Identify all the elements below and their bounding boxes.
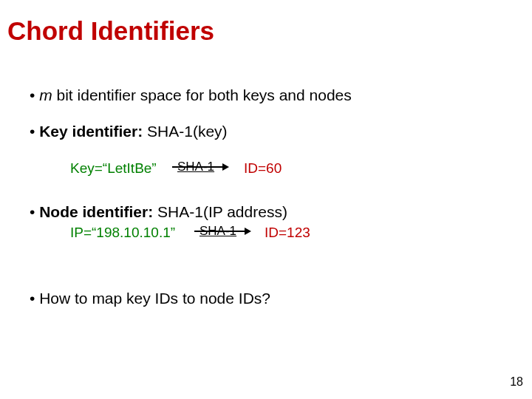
example-2-ip: IP=“198.10.10.1” bbox=[70, 225, 175, 241]
bullet-1-m: m bbox=[39, 86, 52, 103]
example-2-id: ID=123 bbox=[265, 225, 310, 241]
bullet-1-rest: bit identifier space for both keys and n… bbox=[52, 86, 352, 103]
example-1-key: Key=“LetItBe” bbox=[70, 160, 157, 177]
page-number: 18 bbox=[510, 375, 523, 389]
bullet-1: • m bit identifier space for both keys a… bbox=[30, 86, 352, 104]
bullet-1-prefix: • bbox=[30, 86, 39, 103]
bullet-3: • Node identifier: SHA-1(IP address) bbox=[30, 203, 287, 221]
bullet-2-rest: SHA-1(key) bbox=[143, 123, 227, 140]
example-1-id: ID=60 bbox=[244, 160, 282, 177]
example-2-sha-label: SHA-1 bbox=[200, 224, 236, 239]
bullet-2: • Key identifier: SHA-1(key) bbox=[30, 123, 228, 140]
bullet-3-bold: Node identifier: bbox=[39, 203, 153, 220]
slide-title: Chord Identifiers bbox=[7, 16, 214, 46]
bullet-2-prefix: • bbox=[30, 123, 39, 140]
bullet-3-prefix: • bbox=[30, 203, 39, 220]
bullet-2-bold: Key identifier: bbox=[39, 123, 143, 140]
bullet-4: • How to map key IDs to node IDs? bbox=[30, 290, 270, 307]
bullet-3-rest: SHA-1(IP address) bbox=[153, 203, 287, 220]
example-1-sha-label: SHA-1 bbox=[177, 160, 214, 174]
